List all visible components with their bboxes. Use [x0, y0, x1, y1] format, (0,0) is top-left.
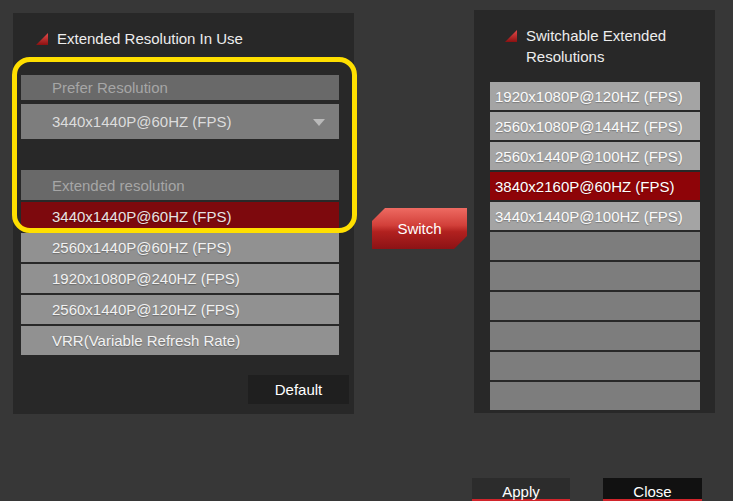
list-item-label: 1920x1080P@240HZ (FPS)	[52, 270, 240, 287]
list-item-label: 3440x1440P@100HZ (FPS)	[495, 208, 683, 225]
list-item-3440x1440-100[interactable]: 3440x1440P@100HZ (FPS)	[490, 202, 700, 230]
left-panel-title: Extended Resolution In Use	[57, 28, 243, 49]
switchable-extended-resolutions-panel: Switchable Extended Resolutions 1920x108…	[474, 10, 715, 413]
right-panel-title: Switchable Extended Resolutions	[526, 25, 689, 67]
list-item-label: 2560x1080P@144HZ (FPS)	[495, 118, 683, 135]
red-triangle-icon	[35, 32, 49, 46]
apply-button[interactable]: Apply	[472, 478, 570, 501]
list-item-label: 2560x1440P@60HZ (FPS)	[52, 239, 231, 256]
list-item-2560x1080-144[interactable]: 2560x1080P@144HZ (FPS)	[490, 112, 700, 140]
chevron-down-icon	[313, 119, 325, 126]
list-item-label: 3840x2160P@60HZ (FPS)	[495, 178, 674, 195]
list-item-1920x1080-240[interactable]: 1920x1080P@240HZ (FPS)	[21, 264, 339, 293]
default-button[interactable]: Default	[248, 375, 349, 404]
list-item-2560x1440-60[interactable]: 2560x1440P@60HZ (FPS)	[21, 233, 339, 262]
close-button[interactable]: Close	[603, 478, 702, 501]
list-item-1920x1080-120[interactable]: 1920x1080P@120HZ (FPS)	[490, 82, 700, 110]
default-button-label: Default	[275, 381, 323, 398]
red-triangle-icon	[504, 29, 518, 43]
list-item-label: 2560x1440P@120HZ (FPS)	[52, 301, 240, 318]
list-item-empty	[490, 232, 700, 260]
list-item-label: 3440x1440P@60HZ (FPS)	[52, 208, 231, 225]
close-button-label: Close	[633, 483, 671, 499]
list-item-vrr[interactable]: VRR(Variable Refresh Rate)	[21, 326, 339, 355]
list-item-empty	[490, 352, 700, 380]
list-item-empty	[490, 292, 700, 320]
extended-resolution-label-text: Extended resolution	[52, 177, 185, 194]
list-item-label: 2560x1440P@100HZ (FPS)	[495, 148, 683, 165]
prefer-resolution-label: Prefer Resolution	[21, 75, 339, 100]
list-item-empty	[490, 322, 700, 350]
list-item-label: 1920x1080P@120HZ (FPS)	[495, 88, 683, 105]
switch-button-label: Switch	[397, 220, 441, 237]
list-item-3440x1440-60[interactable]: 3440x1440P@60HZ (FPS)	[21, 202, 339, 231]
apply-button-label: Apply	[502, 483, 540, 499]
left-panel-header: Extended Resolution In Use	[35, 28, 243, 49]
extended-resolution-in-use-panel: Extended Resolution In Use Prefer Resolu…	[13, 13, 354, 414]
list-item-empty	[490, 262, 700, 290]
extended-resolution-label: Extended resolution	[21, 170, 339, 200]
prefer-resolution-label-text: Prefer Resolution	[52, 79, 168, 96]
prefer-resolution-value: 3440x1440P@60HZ (FPS)	[52, 113, 231, 130]
resolution-switch-window: Extended Resolution In Use Prefer Resolu…	[0, 0, 733, 501]
list-item-2560x1440-120[interactable]: 2560x1440P@120HZ (FPS)	[21, 295, 339, 324]
list-item-label: VRR(Variable Refresh Rate)	[52, 332, 240, 349]
prefer-resolution-dropdown[interactable]: 3440x1440P@60HZ (FPS)	[21, 104, 339, 139]
list-item-3840x2160-60[interactable]: 3840x2160P@60HZ (FPS)	[490, 172, 700, 200]
switch-button[interactable]: Switch	[372, 208, 467, 249]
list-item-2560x1440-100[interactable]: 2560x1440P@100HZ (FPS)	[490, 142, 700, 170]
list-item-empty	[490, 382, 700, 410]
right-panel-header: Switchable Extended Resolutions	[504, 25, 689, 67]
